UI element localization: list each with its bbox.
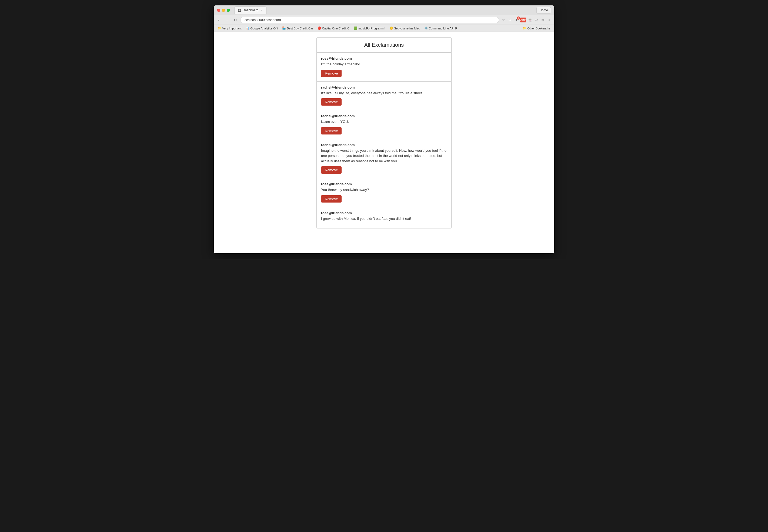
bookmark-label: Command Line API R (429, 27, 458, 30)
remove-button[interactable]: Remove (321, 70, 341, 77)
exclamation-item: ross@friends.com I'm the holiday armadil… (317, 53, 451, 82)
exclamation-email: rachel@friends.com (321, 85, 447, 89)
exclamation-item: rachel@friends.com It's like...all my li… (317, 82, 451, 110)
bookmark-label: Google Analytics Offi (250, 27, 278, 30)
remove-button[interactable]: Remove (321, 166, 341, 174)
address-bar[interactable]: localhost:8000/dashboard (240, 17, 499, 23)
bookmark-label: musicForProgrammi (358, 27, 385, 30)
bookmark-analytics-icon: 📊 (246, 26, 250, 30)
menu-icon[interactable]: ≡ (547, 17, 552, 23)
exclamation-item: rachel@friends.com Imagine the worst thi… (317, 139, 451, 179)
bookmark-cli-icon: ⚙️ (424, 26, 428, 30)
exclamation-text: I'm the holiday armadillo! (321, 62, 447, 67)
new-tab-button[interactable] (267, 12, 271, 14)
forward-button[interactable]: → (224, 17, 230, 23)
other-bookmarks-label: Other Bookmarks (527, 27, 551, 30)
pocket-icon[interactable]: ⊟ (507, 17, 513, 23)
exclamation-text: Imagine the worst things you think about… (321, 148, 447, 164)
bookmark-folder-icon: 📁 (217, 26, 221, 30)
traffic-lights (217, 9, 230, 12)
exclamation-email: rachel@friends.com (321, 114, 447, 118)
exclamation-email: ross@friends.com (321, 182, 447, 186)
nav-icons: ☆ ⊟ ⬇ 0 ABP 👻 🛡 ✉ ≡ (501, 17, 552, 23)
close-button[interactable] (217, 9, 220, 12)
bookmark-capitalone-icon: 🔴 (317, 26, 321, 30)
bookmark-command-line[interactable]: ⚙️ Command Line API R (423, 26, 459, 31)
exclamation-email: ross@friends.com (321, 56, 447, 60)
bookmark-retina-icon: 😊 (390, 26, 393, 30)
exclamation-text: I...am over...YOU. (321, 119, 447, 124)
shield-icon[interactable]: 🛡 (534, 17, 539, 23)
ghostery-icon[interactable]: 👻 (527, 17, 533, 23)
nav-bar: ← → ↻ localhost:8000/dashboard ☆ ⊟ ⬇ 0 A… (214, 15, 554, 25)
bookmark-retina-mac[interactable]: 😊 Set your retina Mac (388, 26, 421, 31)
bookmark-capital-one[interactable]: 🔴 Capital One Credit C (316, 26, 351, 31)
home-button[interactable]: Home (537, 7, 551, 14)
bookmark-music[interactable]: 🟩 musicForProgrammi (352, 26, 387, 31)
title-bar: 🔲 Dashboard × Home (214, 5, 554, 15)
exclamations-panel: All Exclamations ross@friends.com I'm th… (316, 37, 452, 228)
bookmark-bestbuy-icon: 🏪 (282, 26, 286, 30)
tab-title: Dashboard (243, 8, 259, 12)
maximize-button[interactable] (227, 9, 230, 12)
exclamation-text: It's like...all my life, everyone has al… (321, 90, 447, 96)
exclamation-item: rachel@friends.com I...am over...YOU. Re… (317, 110, 451, 139)
bookmark-label: Very Important (222, 27, 241, 30)
mail-icon[interactable]: ✉ (540, 17, 546, 23)
page-content: All Exclamations ross@friends.com I'm th… (214, 32, 554, 253)
browser-window: 🔲 Dashboard × Home ← → ↻ localhost:8000/… (214, 5, 554, 253)
back-button[interactable]: ← (216, 17, 222, 23)
bookmarks-bar: 📁 Very Important 📊 Google Analytics Offi… (214, 25, 554, 32)
panel-header: All Exclamations (317, 38, 451, 53)
bookmark-label: Set your retina Mac (394, 27, 420, 30)
other-bookmarks[interactable]: 📁 Other Bookmarks (521, 26, 552, 31)
bookmark-music-icon: 🟩 (354, 26, 357, 30)
active-tab[interactable]: 🔲 Dashboard × (234, 6, 267, 14)
remove-button[interactable]: Remove (321, 98, 341, 106)
bookmark-label: Capital One Credit C (322, 27, 350, 30)
address-text: localhost:8000/dashboard (244, 18, 281, 22)
exclamation-email: ross@friends.com (321, 211, 447, 215)
exclamation-text: I grew up with Monica. If you didn't eat… (321, 216, 447, 221)
abp-icon[interactable]: ABP (520, 18, 526, 22)
panel-title: All Exclamations (322, 42, 446, 48)
folder-icon: 📁 (523, 26, 527, 30)
exclamation-text: You threw my sandwich away? (321, 187, 447, 193)
remove-button[interactable]: Remove (321, 195, 341, 203)
exclamation-item: ross@friends.com I grew up with Monica. … (317, 207, 451, 228)
downloads-badge: 0 (517, 16, 520, 20)
exclamation-email: rachel@friends.com (321, 143, 447, 147)
bookmark-very-important[interactable]: 📁 Very Important (216, 26, 243, 31)
minimize-button[interactable] (222, 9, 225, 12)
main-container: All Exclamations ross@friends.com I'm th… (316, 37, 452, 228)
bookmark-google-analytics[interactable]: 📊 Google Analytics Offi (244, 26, 280, 31)
bookmark-label: Best Buy Credit Car (287, 27, 313, 30)
bookmark-best-buy[interactable]: 🏪 Best Buy Credit Car (280, 26, 314, 31)
star-icon[interactable]: ☆ (501, 17, 506, 23)
tab-bar: 🔲 Dashboard × (234, 6, 534, 14)
refresh-button[interactable]: ↻ (232, 17, 239, 23)
exclamation-item: ross@friends.com You threw my sandwich a… (317, 178, 451, 207)
tab-close-button[interactable]: × (260, 9, 263, 12)
remove-button[interactable]: Remove (321, 127, 341, 134)
downloads-icon[interactable]: ⬇ 0 (514, 17, 519, 23)
tab-favicon-icon: 🔲 (238, 9, 241, 12)
